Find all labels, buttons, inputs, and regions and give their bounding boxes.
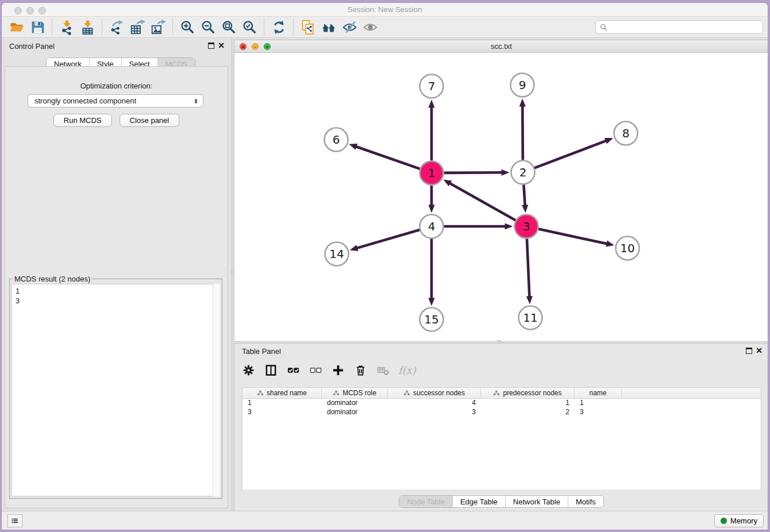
column-header-name[interactable]: name xyxy=(575,388,622,398)
add-column-icon[interactable] xyxy=(331,363,345,377)
tab-motifs[interactable]: Motifs xyxy=(568,496,603,507)
optimization-criterion-select[interactable]: strongly connected component ▲▼ xyxy=(28,94,203,107)
table-panel-close-icon[interactable]: ✕ xyxy=(756,346,763,355)
graph-node-8[interactable]: 8 xyxy=(614,122,638,145)
deselect-all-columns-icon[interactable] xyxy=(309,363,322,377)
graph-edge-4-15[interactable] xyxy=(428,239,434,306)
main-toolbar xyxy=(2,17,768,38)
toolbar-separator xyxy=(52,19,52,35)
network-canvas[interactable]: 7968124314101511 xyxy=(234,53,768,341)
graph-edge-3-1[interactable] xyxy=(443,180,515,221)
column-header-shared-name[interactable]: shared name xyxy=(242,388,322,398)
table-cell[interactable]: 3 xyxy=(242,408,322,417)
table-cell[interactable]: 4 xyxy=(388,399,481,408)
table-cell[interactable]: 1 xyxy=(242,399,322,408)
window-title: Session: New Session xyxy=(2,5,768,14)
tab-node-table[interactable]: Node Table xyxy=(399,496,453,507)
graph-edge-1-4[interactable] xyxy=(428,186,434,213)
open-session-icon[interactable] xyxy=(6,18,27,36)
search-input[interactable] xyxy=(610,22,759,32)
graph-node-label: 15 xyxy=(424,313,438,326)
graph-node-label: 7 xyxy=(428,79,436,93)
tab-network-table[interactable]: Network Table xyxy=(506,496,568,507)
zoom-selected-icon[interactable] xyxy=(239,18,260,36)
first-neighbors-icon[interactable] xyxy=(318,18,339,36)
zoom-in-icon[interactable] xyxy=(177,18,198,36)
import-network-icon[interactable] xyxy=(56,18,77,36)
close-panel-button[interactable]: Close panel xyxy=(120,114,180,127)
control-panel-title: Control Panel xyxy=(9,42,55,51)
table-cell[interactable]: 3 xyxy=(388,408,481,417)
split-columns-icon[interactable] xyxy=(264,363,278,377)
table-panel-header: Table Panel ✕ xyxy=(234,344,768,358)
zoom-out-icon[interactable] xyxy=(198,18,218,36)
mcds-result-text[interactable]: 13 xyxy=(11,284,220,496)
column-header-successor-nodes[interactable]: successor nodes xyxy=(388,388,481,398)
refresh-icon[interactable] xyxy=(268,18,289,36)
control-panel-close-icon[interactable]: ✕ xyxy=(218,41,225,50)
table-cell[interactable]: 2 xyxy=(481,408,575,417)
graph-node-11[interactable]: 11 xyxy=(519,306,542,330)
table-cell[interactable]: 1 xyxy=(575,399,622,408)
graph-node-label: 8 xyxy=(622,126,630,140)
memory-button[interactable]: Memory xyxy=(714,514,764,527)
column-header-predecessor-nodes[interactable]: predecessor nodes xyxy=(481,388,575,398)
settings-gear-icon[interactable] xyxy=(241,363,255,377)
table-cell[interactable]: 3 xyxy=(575,408,622,417)
tab-edge-table[interactable]: Edge Table xyxy=(453,496,506,507)
table-row[interactable]: 3dominator323 xyxy=(242,408,761,417)
node-table: shared nameMCDS rolesuccessor nodesprede… xyxy=(242,387,761,489)
delete-column-icon[interactable] xyxy=(353,363,367,377)
save-session-icon[interactable] xyxy=(27,18,48,36)
export-image-icon[interactable] xyxy=(148,18,168,36)
graph-edge-4-3[interactable] xyxy=(444,223,513,229)
graph-node-label: 6 xyxy=(333,133,340,147)
export-table-icon[interactable] xyxy=(127,18,148,36)
graph-edge-2-8[interactable] xyxy=(534,138,613,168)
graph-node-label: 3 xyxy=(523,219,530,233)
graph-edge-1-7[interactable] xyxy=(428,100,434,161)
graph-node-1[interactable]: 1 xyxy=(420,161,444,185)
zoom-fit-icon[interactable] xyxy=(218,18,239,36)
export-network-icon[interactable] xyxy=(106,18,127,36)
graph-node-3[interactable]: 3 xyxy=(515,215,538,238)
task-history-icon[interactable] xyxy=(7,514,22,527)
select-all-columns-icon[interactable] xyxy=(286,363,300,377)
function-builder-icon[interactable]: f(x) xyxy=(398,364,416,376)
graph-node-14[interactable]: 14 xyxy=(325,242,349,266)
preview-eye-icon[interactable] xyxy=(360,18,380,36)
column-header-label: shared name xyxy=(267,389,307,397)
graph-node-9[interactable]: 9 xyxy=(511,74,534,97)
table-cell[interactable]: 1 xyxy=(481,399,575,408)
show-hide-graphics-icon[interactable] xyxy=(339,18,360,36)
graph-edge-3-11[interactable] xyxy=(526,238,533,304)
table-panel-float-icon[interactable] xyxy=(746,348,752,354)
graph-edge-1-6[interactable] xyxy=(349,144,420,169)
delete-table-icon[interactable] xyxy=(376,363,390,377)
column-header-label: name xyxy=(589,389,606,397)
graph-node-4[interactable]: 4 xyxy=(420,215,444,238)
mcds-result-scrollbar[interactable] xyxy=(213,284,220,496)
graph-node-7[interactable]: 7 xyxy=(420,75,444,98)
graph-node-label: 10 xyxy=(620,241,634,255)
table-cell[interactable]: dominator xyxy=(322,399,388,408)
graph-edge-2-3[interactable] xyxy=(522,184,528,213)
graph-node-6[interactable]: 6 xyxy=(325,128,348,152)
table-cell[interactable]: dominator xyxy=(322,408,388,417)
run-mcds-button[interactable]: Run MCDS xyxy=(53,114,112,127)
control-panel-float-icon[interactable] xyxy=(208,43,214,49)
import-table-icon[interactable] xyxy=(77,18,98,36)
column-header-MCDS-role[interactable]: MCDS role xyxy=(322,388,388,398)
search-box[interactable] xyxy=(595,20,763,34)
graph-node-2[interactable]: 2 xyxy=(511,161,535,184)
graph-node-10[interactable]: 10 xyxy=(616,237,640,260)
network-graph[interactable]: 7968124314101511 xyxy=(234,53,768,341)
graph-edge-3-10[interactable] xyxy=(538,229,614,247)
optimization-criterion-value: strongly connected component xyxy=(34,97,194,105)
table-row[interactable]: 1dominator411 xyxy=(242,399,761,408)
duplicate-network-icon[interactable] xyxy=(298,18,318,36)
graph-edge-4-14[interactable] xyxy=(350,230,420,251)
graph-edge-2-9[interactable] xyxy=(519,98,526,160)
graph-edge-1-2[interactable] xyxy=(444,169,509,176)
graph-node-15[interactable]: 15 xyxy=(420,308,444,331)
